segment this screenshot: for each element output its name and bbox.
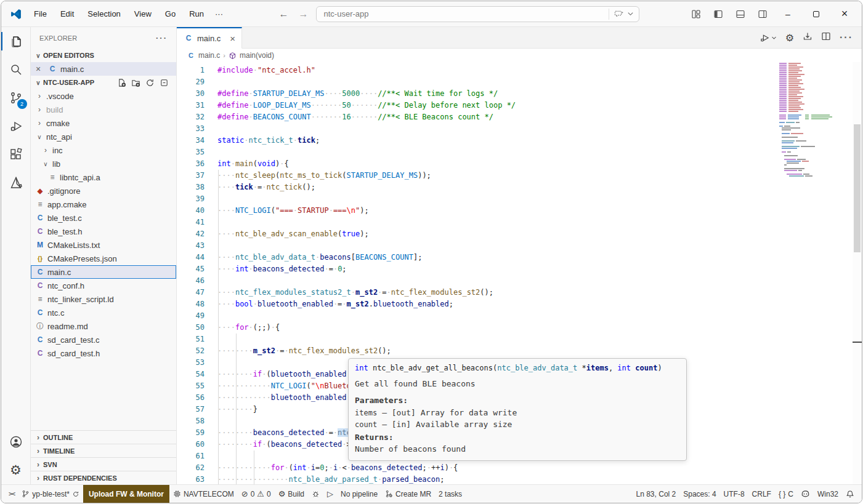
upload-fw-button[interactable]: Upload FW & Monitor [83,485,169,503]
pipeline-item[interactable]: No pipeline [337,485,381,503]
source-control-icon[interactable]: 2 [1,84,31,112]
file--gitignore[interactable]: ◆.gitignore [31,184,176,198]
code-line-42[interactable]: 42····ntc_ble_adv_scan_enable(true); [177,228,862,240]
code-line-35[interactable]: 35 [177,146,862,158]
debug-item[interactable] [308,485,323,503]
code-line-63[interactable]: 63················ntc_ble_adv_parsed_t·p… [177,474,862,484]
settings-gear-icon[interactable]: ⚙ [785,32,794,44]
file-readme-md[interactable]: ⓘreadme.md [31,319,176,333]
maximize-button[interactable] [804,5,829,23]
chat-icon[interactable] [614,9,623,18]
menu-go[interactable]: Go [160,7,181,21]
minimap[interactable] [778,63,846,177]
toggle-primary-sidebar-icon[interactable] [709,6,727,22]
menu-view[interactable]: View [129,7,157,21]
remote-indicator[interactable]: >< [1,485,18,503]
settings-gear-icon[interactable]: ⚙ [1,456,31,484]
tab-main-c[interactable]: C main.c × [177,27,242,49]
run-debug-file-icon[interactable] [760,33,777,43]
code-editor[interactable]: 1#include·"ntc_accel.h"2930#define·START… [177,62,862,484]
flash-download-icon[interactable] [803,31,812,44]
code-line-40[interactable]: 40····NTC_LOGI("===·STARTUP·===\n"); [177,205,862,217]
file-ble-test-c[interactable]: Cble_test.c [31,211,176,225]
close-icon[interactable]: × [225,33,235,44]
section-rust-dependencies[interactable]: ›RUST DEPENDENCIES [31,471,176,484]
new-file-icon[interactable] [117,78,126,87]
folder-build[interactable]: ›build [31,103,176,116]
code-line-45[interactable]: 45····int·beacons_detected·=·0; [177,263,862,275]
customize-layout-icon[interactable] [687,6,705,22]
code-line-33[interactable]: 33 [177,123,862,135]
run-debug-icon[interactable] [1,112,31,140]
file-main-c[interactable]: Cmain.c [31,265,176,279]
open-editor-item-main-c[interactable]: × C main.c [31,62,176,76]
section-outline[interactable]: ›OUTLINE [31,430,176,444]
search-icon[interactable] [1,55,31,84]
code-line-62[interactable]: 62············for·(int·i=0;·i·<·beacons_… [177,462,862,474]
chevron-down-icon[interactable] [627,10,634,17]
menu-more[interactable]: ··· [209,7,229,21]
code-line-34[interactable]: 34static·ntc_tick_t·tick; [177,135,862,146]
forward-arrow-icon[interactable]: → [296,9,311,20]
language-item[interactable]: { } C [775,485,797,503]
command-center-search[interactable]: ntc-user-app [316,6,639,22]
file-cmakelists-txt[interactable]: MCMakeLists.txt [31,238,176,252]
code-line-48[interactable]: 48····bool·bluetooth_enabled·=·m_st2.blu… [177,298,862,310]
new-folder-icon[interactable] [131,78,140,87]
git-branch-item[interactable]: yp-ble-test* [18,485,83,503]
explorer-icon[interactable] [1,27,31,55]
code-line-31[interactable]: 31#define·LOOP_DELAY_MS·······50······//… [177,100,862,111]
code-line-29[interactable]: 29 [177,76,862,88]
code-line-43[interactable]: 43 [177,240,862,252]
code-line-52[interactable]: 52········m_st2·=·ntc_flex_modules_st2()… [177,345,862,357]
back-arrow-icon[interactable]: ← [277,9,291,20]
copilot-item[interactable] [797,485,814,503]
file-sd-card-test-c[interactable]: Csd_card_test.c [31,333,176,346]
code-line-50[interactable]: 50····for·(;;)·{ [177,322,862,334]
code-line-39[interactable]: 39 [177,193,862,205]
collapse-all-icon[interactable] [160,78,169,87]
code-line-51[interactable]: 51 [177,334,862,345]
menu-file[interactable]: File [28,7,52,21]
run-task-item[interactable]: ▷ [323,485,337,503]
refresh-icon[interactable] [145,78,155,87]
extensions-icon[interactable] [1,140,31,169]
code-line-41[interactable]: 41 [177,217,862,228]
platform-item[interactable]: Win32 [814,485,842,503]
folder-lib[interactable]: ∨lib [31,157,176,170]
file-app-cmake[interactable]: ≡app.cmake [31,198,176,211]
create-mr-item[interactable]: Create MR [381,485,435,503]
eol-item[interactable]: CRLF [748,485,775,503]
toggle-panel-icon[interactable] [731,6,750,22]
folder-inc[interactable]: ›inc [31,143,176,157]
close-button[interactable]: × [832,5,857,23]
notifications-item[interactable] [842,485,858,503]
encoding-item[interactable]: UTF-8 [720,485,748,503]
file-ntc-linker-script-ld[interactable]: ≡ntc_linker_script.ld [31,292,176,306]
tasks-item[interactable]: 2 tasks [435,485,466,503]
sync-icon[interactable] [72,490,79,498]
folder-cmake[interactable]: ›cmake [31,116,176,130]
section-svn[interactable]: ›SVN [31,457,176,471]
code-line-30[interactable]: 30#define·STARTUP_DELAY_MS····5000····//… [177,88,862,100]
code-line-38[interactable]: 38····tick·=·ntc_tick(); [177,182,862,193]
file-ble-test-h[interactable]: Cble_test.h [31,225,176,238]
split-editor-icon[interactable] [821,31,831,44]
code-line-44[interactable]: 44····ntc_ble_adv_data_t·beacons[BEACONS… [177,252,862,263]
explorer-more-icon[interactable]: ··· [156,33,168,42]
code-line-32[interactable]: 32#define·BEACONS_COUNT·······16······//… [177,111,862,123]
device-item[interactable]: NAVTELECOM [169,485,238,503]
account-icon[interactable] [1,428,31,456]
code-line-46[interactable]: 46 [177,275,862,287]
file-ntc-conf-h[interactable]: Cntc_conf.h [31,279,176,292]
code-line-47[interactable]: 47····ntc_flex_modules_status2_t·m_st2·=… [177,287,862,298]
indentation-item[interactable]: Spaces: 4 [679,485,719,503]
close-icon[interactable]: × [36,64,44,74]
menu-selection[interactable]: Selection [82,7,126,21]
code-line-1[interactable]: 1#include·"ntc_accel.h" [177,65,862,76]
file-cmakepresets-json[interactable]: {}CMakePresets.json [31,252,176,265]
menu-run[interactable]: Run [184,7,209,21]
folder--vscode[interactable]: ›.vscode [31,89,176,103]
minimize-button[interactable]: – [776,5,800,23]
more-actions-icon[interactable]: ··· [840,32,853,43]
